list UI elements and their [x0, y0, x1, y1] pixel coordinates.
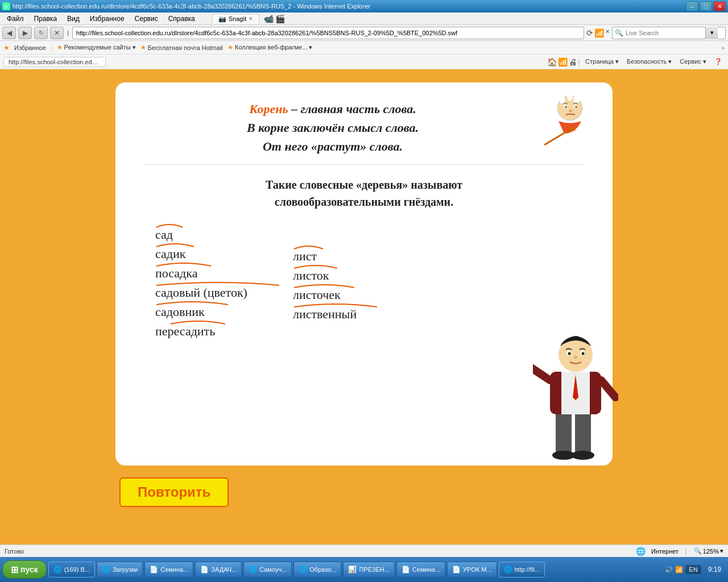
- fav-label-1: Рекомендуемые сайты ▾: [64, 44, 136, 51]
- tab-icon-2: 🎬: [275, 14, 285, 23]
- word-peresadit: пересадить: [155, 324, 247, 339]
- start-button[interactable]: ⊞ пуск: [2, 560, 47, 579]
- refresh-button[interactable]: ↻: [34, 27, 48, 39]
- feeds-icon[interactable]: 📶: [558, 57, 568, 66]
- taskbar-icon-2: 📄: [150, 566, 158, 573]
- main-content: Корень – главная часть слова. В корне за…: [0, 69, 728, 552]
- favorites-item-3[interactable]: ★ Коллекция веб-фрагме... ▾: [228, 44, 312, 51]
- teacher-character: [533, 323, 618, 465]
- address-input[interactable]: [72, 27, 584, 39]
- language-indicator[interactable]: EN: [685, 565, 701, 574]
- internet-icon: 🌐: [636, 547, 646, 556]
- url-tab[interactable]: http://files.school-collection.edu.ru/dl…: [3, 57, 106, 67]
- subtitle-line2: словообразовательными гнёздами.: [275, 196, 453, 208]
- subtitle-section: Такие словесные «деревья» называют слово…: [144, 176, 584, 210]
- word-listvenny: лиственный: [293, 307, 357, 322]
- svg-point-8: [569, 110, 572, 112]
- word-listok: листок: [293, 268, 357, 283]
- taskbar-icon-5: 🌐: [299, 566, 307, 573]
- rss-icon[interactable]: 📶: [594, 28, 604, 38]
- print-icon[interactable]: ✕: [605, 28, 610, 38]
- app-icon: e: [2, 2, 10, 10]
- svg-point-14: [572, 451, 594, 460]
- svg-point-7: [576, 106, 577, 108]
- taskbar-label-0: (169) В...: [64, 566, 90, 573]
- heading-text: Корень – главная часть слова. В корне за…: [144, 99, 522, 156]
- taskbar-right: 🔊 📶 EN 9:19: [665, 565, 726, 574]
- menu-file[interactable]: Файл: [2, 13, 28, 24]
- taskbar-btn-6[interactable]: 📊 ПРЕЗЕН...: [343, 562, 394, 577]
- favorites-item-0[interactable]: Избранное: [14, 44, 46, 51]
- taskbar-label-4: Самоуч...: [259, 566, 287, 573]
- forward-button[interactable]: ▶: [18, 27, 32, 39]
- svg-point-6: [565, 106, 567, 108]
- fav-label-3: Коллекция веб-фрагме... ▾: [235, 44, 312, 51]
- taskbar-btn-3[interactable]: 📄 ЗАДАЧ...: [195, 562, 242, 577]
- taskbar-label-3: ЗАДАЧ...: [211, 566, 237, 573]
- menu-help[interactable]: Справка: [164, 13, 200, 24]
- tab-close-icon[interactable]: ✕: [249, 16, 253, 22]
- search-input[interactable]: [626, 30, 705, 36]
- help-menu[interactable]: ❓: [712, 57, 725, 66]
- word-list: лист: [293, 249, 357, 264]
- maximize-button[interactable]: □: [700, 1, 712, 11]
- tools-menu[interactable]: Сервис ▾: [677, 57, 709, 66]
- taskbar-btn-1[interactable]: 🌐 Загрузки: [97, 562, 143, 577]
- taskbar-icon-7: 📄: [402, 566, 410, 573]
- start-label: пуск: [20, 565, 38, 574]
- button-row: Повторить: [114, 477, 614, 507]
- favorites-item-2[interactable]: ★ Бесплатная почта Hotmail: [140, 44, 223, 51]
- taskbar-btn-2[interactable]: 📄 Семина...: [144, 562, 193, 577]
- fav-star-icon-1: ★: [57, 44, 63, 51]
- svg-point-25: [582, 352, 585, 355]
- taskbar-label-5: Образо...: [309, 566, 336, 573]
- zoom-control[interactable]: 🔍 125% ▾: [694, 547, 723, 555]
- minimize-button[interactable]: –: [686, 1, 698, 11]
- taskbar-btn-7[interactable]: 📄 Семина...: [396, 562, 445, 577]
- tab-snagit-label: Snagit: [229, 15, 246, 22]
- taskbar-btn-8[interactable]: 📄 УРОК М...: [447, 562, 497, 577]
- svg-rect-12: [575, 409, 591, 454]
- taskbar-btn-9[interactable]: 🌐 http://fil...: [499, 562, 545, 577]
- stop-button[interactable]: ✕: [50, 27, 64, 39]
- close-button[interactable]: ✕: [713, 1, 726, 11]
- taskbar-icon-1: 🌐: [102, 566, 110, 573]
- page-menu[interactable]: Страница ▾: [583, 57, 621, 66]
- page-menu-label: Страница ▾: [585, 58, 619, 65]
- nav-icons-right: 🏠 📶 🖨 |: [547, 57, 580, 66]
- internet-label: Интернет: [651, 548, 679, 555]
- menu-edit[interactable]: Правка: [30, 13, 62, 24]
- taskbar-icon-9: 🌐: [504, 566, 512, 573]
- tab-icon-1: 📹: [264, 14, 274, 23]
- back-button[interactable]: ◀: [2, 27, 16, 39]
- word-sadovnik: садовник: [155, 305, 247, 319]
- window-title: http://files.school-collection.edu.ru/dl…: [13, 3, 370, 10]
- taskbar-btn-4[interactable]: 🌐 Самоуч...: [243, 562, 292, 577]
- window-controls: – □ ✕: [686, 1, 726, 11]
- favorites-item-1[interactable]: ★ Рекомендуемые сайты ▾: [57, 44, 136, 51]
- taskbar-icon-3: 📄: [200, 566, 209, 573]
- word-column-2: лист листок листочек: [293, 249, 357, 339]
- home-icon[interactable]: 🏠: [547, 57, 557, 66]
- menu-tools[interactable]: Сервис: [130, 13, 163, 24]
- repeat-button[interactable]: Повторить: [119, 477, 229, 507]
- tab-extra-icons: 📹 🎬: [264, 14, 285, 23]
- systray-volume[interactable]: 🔊: [665, 566, 673, 573]
- svg-line-9: [544, 128, 573, 145]
- word-column-1: сад садик посадка: [155, 227, 247, 339]
- print-page-icon[interactable]: 🖨: [569, 57, 577, 66]
- taskbar-icon-8: 📄: [452, 566, 461, 573]
- address-icons: ⟳ 📶 ✕: [586, 28, 610, 38]
- taskbar-label-7: Семина...: [412, 566, 440, 573]
- refresh-icon[interactable]: ⟳: [586, 28, 593, 38]
- menu-favorites[interactable]: Избранное: [85, 13, 129, 24]
- svg-point-26: [574, 356, 577, 359]
- menu-view[interactable]: Вид: [63, 13, 84, 24]
- security-menu[interactable]: Безопасность ▾: [624, 57, 674, 66]
- tab-snagit[interactable]: 📷 Snagit ✕: [212, 14, 259, 24]
- heading-line2: В корне заключён смысл слова.: [247, 120, 419, 135]
- taskbar-btn-0[interactable]: 🌐 (169) В...: [48, 562, 95, 577]
- taskbar-btn-5[interactable]: 🌐 Образо...: [293, 562, 341, 577]
- systray-network[interactable]: 📶: [675, 566, 683, 573]
- search-button[interactable]: ▾: [705, 27, 718, 39]
